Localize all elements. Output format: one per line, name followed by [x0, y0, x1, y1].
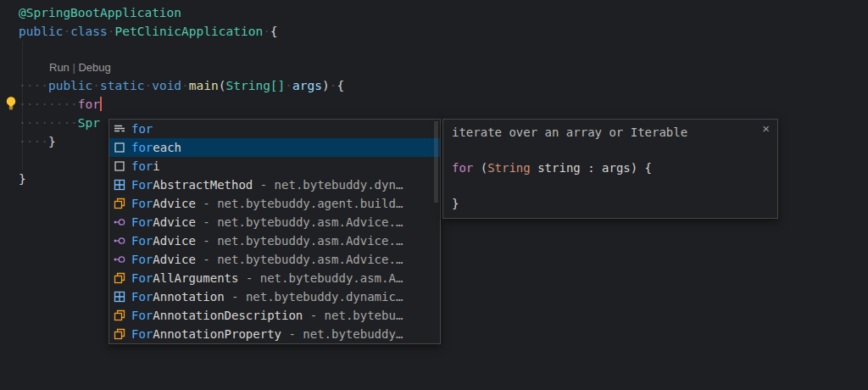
docs-code-line	[452, 177, 769, 195]
suggest-match: For	[131, 215, 153, 229]
suggest-docs-panel: iterate over an array or Iterable for (S…	[442, 119, 778, 219]
suggest-item[interactable]: ForAdvice - net.bytebuddy.asm.Advice.…	[109, 213, 440, 231]
suggest-label: each	[153, 141, 181, 154]
code-segment: for	[78, 98, 100, 111]
code-line: ····public·static·void·main(String[]·arg…	[19, 76, 868, 95]
code-segment: (	[473, 161, 487, 175]
code-segment: PetClinicApplication	[115, 25, 264, 38]
suggest-label: Advice	[153, 234, 196, 248]
code-segment: {	[337, 79, 344, 92]
code-segment: }	[452, 197, 459, 210]
structure-icon	[113, 178, 126, 192]
suggest-label: Annotation	[153, 290, 224, 304]
code-segment: String	[487, 161, 531, 175]
suggest-match: for	[131, 159, 153, 173]
code-segment: ·	[144, 79, 152, 92]
docs-code-line: for (String string : args) {	[452, 159, 769, 177]
code-segment: void	[152, 79, 181, 92]
close-icon[interactable]: ×	[762, 122, 770, 135]
code-segment: ·	[108, 25, 115, 38]
suggest-item[interactable]: ForAnnotation - net.bytebuddy.dynamic…	[109, 287, 440, 306]
suggest-match: For	[131, 309, 153, 322]
suggest-item[interactable]: foreach	[109, 138, 440, 157]
suggest-item[interactable]: ForAdvice - net.bytebuddy.asm.Advice.…	[109, 250, 440, 269]
code-segment: }	[19, 172, 26, 186]
code-segment: ····	[19, 135, 48, 148]
code-segment: public	[19, 25, 63, 38]
suggest-match: For	[131, 327, 153, 341]
interface-icon	[113, 234, 126, 248]
suggest-label: AnnotationDescription	[153, 309, 303, 322]
code-segment: string : args) {	[531, 161, 652, 175]
suggest-label: Advice	[153, 197, 196, 210]
suggest-item[interactable]: ForAdvice - net.bytebuddy.agent.build…	[109, 194, 440, 213]
docs-code: for (String string : args) { }	[452, 159, 769, 213]
suggest-match: for	[131, 122, 153, 136]
code-segment: class	[70, 25, 108, 38]
suggest-label: AllArguments	[153, 271, 238, 285]
indent-guide	[22, 41, 23, 170]
code-segment: for	[452, 161, 473, 175]
docs-code-line: }	[452, 195, 769, 213]
suggest-match: For	[131, 234, 153, 248]
docs-summary: iterate over an array or Iterable	[452, 124, 769, 142]
suggest-item[interactable]: ForAnnotationDescription - net.bytebu…	[109, 306, 440, 325]
suggest-scrollbar-thumb[interactable]	[434, 121, 438, 203]
codelens: Run | Debug	[19, 59, 868, 76]
code-segment: ·	[181, 79, 189, 92]
suggest-label: i	[153, 159, 159, 173]
suggest-item[interactable]: ForAdvice - net.bytebuddy.asm.Advice.…	[109, 231, 440, 250]
suggest-item[interactable]: for	[109, 120, 440, 138]
code-segment: @SpringBootApplication	[19, 6, 181, 20]
code-line: @SpringBootApplication	[19, 3, 868, 22]
keyword-icon	[113, 122, 126, 136]
lightbulb-glyph	[3, 96, 19, 111]
class-icon	[113, 309, 126, 322]
suggest-label: Advice	[153, 253, 196, 266]
code-segment: main	[189, 79, 219, 92]
code-segment: ········	[19, 98, 78, 111]
suggest-match: For	[131, 178, 153, 192]
snippet-icon	[113, 159, 126, 173]
codelens-debug-link[interactable]: Debug	[78, 61, 110, 74]
class-icon	[113, 271, 126, 285]
code-segment: ····	[19, 79, 48, 92]
code-segment: ·	[92, 79, 100, 92]
text-cursor	[100, 97, 102, 111]
code-segment: ·	[63, 25, 70, 38]
class-icon	[113, 197, 126, 210]
suggest-label: Advice	[153, 215, 196, 229]
code-segment: args	[292, 79, 322, 92]
suggest-match: For	[131, 197, 153, 210]
lightbulb-icon[interactable]	[3, 96, 19, 111]
suggest-detail: - net.bytebuddy.agent.build…	[196, 197, 403, 210]
code-segment: ·	[263, 25, 270, 38]
suggest-match: for	[131, 141, 153, 154]
suggest-detail: - net.bytebuddy.asm.Advice.…	[196, 234, 403, 248]
suggest-item[interactable]: ForAllArguments - net.bytebuddy.asm.A…	[109, 269, 440, 287]
suggest-label: AnnotationProperty	[153, 327, 281, 341]
code-segment: }	[48, 135, 56, 148]
suggest-item[interactable]: fori	[109, 157, 440, 176]
interface-icon	[113, 215, 126, 229]
code-segment: static	[100, 79, 144, 92]
suggest-detail: - net.bytebuddy.asm.Advice.…	[196, 215, 403, 229]
code-segment: )	[322, 79, 330, 92]
snippet-icon	[113, 141, 126, 154]
code-segment: ·	[285, 79, 292, 92]
suggest-detail: - net.bytebu…	[303, 309, 403, 322]
docs-spacer	[452, 142, 769, 159]
suggest-item[interactable]: ForAbstractMethod - net.bytebuddy.dyn…	[109, 176, 440, 194]
code-segment: {	[270, 25, 278, 38]
interface-icon	[113, 253, 126, 266]
code-segment: ········	[19, 116, 78, 130]
blank-line	[19, 41, 868, 59]
suggest-item[interactable]: ForAnnotationProperty - net.bytebuddy…	[109, 325, 440, 343]
codelens-run-link[interactable]: Run	[49, 61, 70, 74]
code-segment: public	[48, 79, 92, 92]
suggest-detail: - net.bytebuddy.dyn…	[253, 178, 403, 192]
class-icon	[113, 327, 126, 341]
structure-icon	[113, 290, 126, 304]
suggest-detail: - net.bytebuddy.asm.A…	[238, 271, 403, 285]
code-line: ········for	[19, 95, 868, 114]
